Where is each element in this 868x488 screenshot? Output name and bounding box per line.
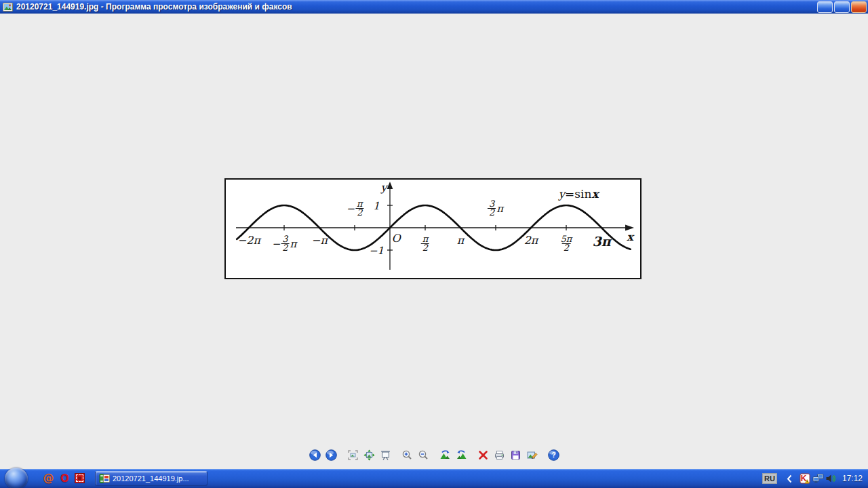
equation-lhs: y bbox=[558, 187, 565, 201]
picture-viewer-icon bbox=[3, 2, 13, 12]
x-tick-label: −2π bbox=[237, 234, 260, 247]
x-tick-label: 2π bbox=[524, 234, 538, 247]
zoom-in-button[interactable] bbox=[401, 449, 413, 461]
desktop: 20120721_144919.jpg - Программа просмотр… bbox=[0, 0, 868, 488]
zoom-in-icon bbox=[401, 449, 413, 461]
x-axis-label: x bbox=[627, 230, 633, 243]
x-tick-label: 32π bbox=[488, 200, 504, 217]
copy-to-button[interactable] bbox=[510, 449, 521, 461]
y-tick-label: 1 bbox=[373, 200, 380, 212]
previous-image-icon bbox=[309, 449, 321, 461]
taskbar-button-label: 20120721_144919.jp... bbox=[113, 474, 189, 483]
x-tick-label: 5π2 bbox=[559, 235, 574, 252]
picture-viewer-icon bbox=[99, 473, 110, 484]
x-tick-label: −π bbox=[311, 234, 328, 247]
y-tick-label: −1 bbox=[369, 245, 384, 257]
window-controls bbox=[817, 1, 867, 13]
minimize-button[interactable] bbox=[817, 1, 833, 13]
network-icon[interactable] bbox=[812, 473, 824, 485]
print-icon bbox=[494, 449, 505, 461]
system-tray: RU K bbox=[762, 469, 863, 488]
rotate-counterclockwise-icon bbox=[456, 449, 467, 461]
viewer-toolbar: ? bbox=[309, 449, 564, 461]
taskbar-button-image[interactable]: 20120721_144919.jp... bbox=[95, 471, 208, 486]
rotate-clockwise-icon bbox=[439, 449, 451, 461]
window-title: 20120721_144919.jpg - Программа просмотр… bbox=[16, 2, 292, 12]
rotate-counterclockwise-button[interactable] bbox=[456, 449, 467, 461]
red-square-glyph bbox=[75, 473, 85, 483]
zoom-out-button[interactable] bbox=[418, 449, 429, 461]
delete-icon bbox=[477, 449, 489, 461]
slideshow-icon bbox=[380, 449, 391, 461]
origin-label: O bbox=[391, 232, 400, 245]
maximize-button[interactable] bbox=[834, 1, 850, 13]
actual-size-icon bbox=[363, 449, 375, 461]
best-fit-button[interactable] bbox=[347, 449, 359, 461]
previous-image-button[interactable] bbox=[309, 449, 321, 461]
equation-rhs: x bbox=[591, 187, 598, 201]
taskbar: @ O 20120721_144919.jp... RU bbox=[0, 469, 868, 488]
viewer-image: y x O y=sinx −2π−32π−π−π2π2π32π2π5π23π1−… bbox=[224, 178, 642, 279]
red-square-icon[interactable] bbox=[74, 472, 85, 484]
y-axis-label: y bbox=[380, 181, 387, 194]
mail-at-icon[interactable]: @ bbox=[43, 472, 54, 484]
kaspersky-icon[interactable]: K bbox=[800, 473, 811, 485]
next-image-icon bbox=[326, 449, 337, 461]
best-fit-icon bbox=[347, 449, 359, 461]
save-icon bbox=[510, 449, 521, 461]
x-tick-label: π bbox=[457, 234, 465, 247]
chevron-left-icon[interactable] bbox=[787, 474, 793, 483]
x-tick-label: 3π bbox=[592, 234, 610, 249]
x-tick-label: π2 bbox=[421, 235, 430, 252]
actual-size-button[interactable] bbox=[363, 449, 375, 461]
edit-button[interactable] bbox=[526, 449, 538, 461]
x-tick-label: −π2 bbox=[345, 200, 363, 217]
opera-icon[interactable]: O bbox=[59, 472, 71, 484]
window-titlebar: 20120721_144919.jpg - Программа просмотр… bbox=[0, 0, 868, 14]
delete-button[interactable] bbox=[477, 449, 489, 461]
print-button[interactable] bbox=[494, 449, 505, 461]
zoom-out-icon bbox=[418, 449, 429, 461]
volume-icon[interactable] bbox=[825, 473, 837, 485]
help-button[interactable]: ? bbox=[548, 449, 559, 461]
close-button[interactable] bbox=[851, 1, 867, 13]
start-slideshow-button[interactable] bbox=[380, 449, 391, 461]
help-icon: ? bbox=[548, 449, 559, 461]
svg-text:?: ? bbox=[551, 451, 555, 459]
edit-icon bbox=[526, 449, 538, 461]
x-tick-label: −32π bbox=[271, 235, 298, 252]
language-indicator[interactable]: RU bbox=[762, 473, 777, 484]
next-image-button[interactable] bbox=[326, 449, 337, 461]
tray-clock[interactable]: 17:12 bbox=[842, 474, 863, 483]
curve-equation: y=sinx bbox=[558, 187, 598, 201]
equation-mid: =sin bbox=[565, 187, 591, 201]
start-button[interactable] bbox=[5, 468, 28, 488]
rotate-clockwise-button[interactable] bbox=[439, 449, 451, 461]
